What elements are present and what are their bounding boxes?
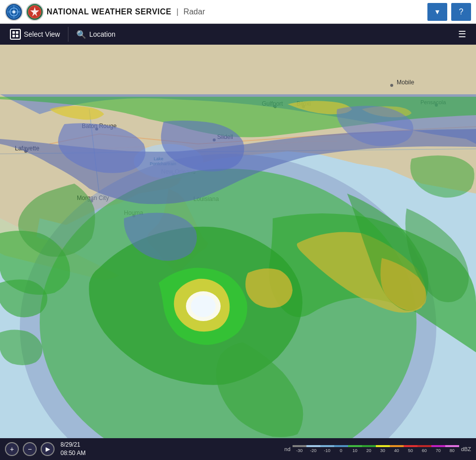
dbz-label: dBZ [461, 446, 471, 452]
play-button[interactable]: ▶ [41, 442, 55, 456]
header: NATIONAL WEATHER SERVICE | Radar ▾ ? [0, 0, 476, 24]
svg-text:Mobile: Mobile [397, 79, 415, 86]
legend-segment-2: -20 [306, 445, 320, 453]
bottom-bar: + − ▶ 8/29/21 08:50 AM nd -30 -20 -10 0 [0, 438, 476, 460]
svg-rect-9 [12, 35, 15, 37]
legend-tick-8: 40 [394, 448, 399, 453]
legend-tick-5: 10 [353, 448, 357, 453]
legend-tick-6: 20 [366, 448, 371, 453]
svg-point-12 [390, 84, 393, 87]
legend-tick-9: 50 [408, 448, 413, 453]
nws-logo [26, 3, 44, 21]
legend-tick-7: 30 [380, 448, 385, 453]
legend-segment-5: 10 [348, 445, 362, 453]
zoom-in-button[interactable]: + [5, 442, 19, 456]
legend-scale: -30 -20 -10 0 10 20 [293, 445, 459, 453]
legend-segment-12: 80 [445, 445, 459, 453]
toolbar: Select View 🔍 Location ☰ [0, 24, 476, 45]
legend-tick-1: -30 [296, 448, 302, 453]
location-label: Location [89, 30, 116, 38]
legend-segment-6: 20 [362, 445, 376, 453]
logo-area: NATIONAL WEATHER SERVICE | Radar [5, 3, 423, 21]
dropdown-button[interactable]: ▾ [427, 3, 447, 21]
map-svg: Mobile Baton Rouge Lafayette Slidell Gul… [0, 45, 476, 438]
legend-segment-4: 0 [334, 445, 348, 453]
radar-label: Radar [183, 7, 205, 16]
legend-tick-10: 60 [422, 448, 427, 453]
hamburger-button[interactable]: ☰ [452, 24, 472, 45]
select-view-button[interactable]: Select View [4, 24, 66, 45]
legend-tick-12: 80 [450, 448, 455, 453]
legend-segment-8: 40 [390, 445, 404, 453]
divider: | [177, 7, 178, 16]
legend-area: nd -30 -20 -10 0 10 [285, 445, 471, 453]
svg-point-39 [191, 295, 216, 317]
legend-tick-2: -20 [310, 448, 316, 453]
legend-segment-10: 60 [417, 445, 431, 453]
select-view-icon [10, 29, 21, 40]
timestamp-time: 08:50 AM [60, 449, 86, 458]
legend-segment-7: 30 [376, 445, 390, 453]
svg-rect-8 [16, 31, 18, 34]
legend-segment-1: -30 [293, 445, 306, 453]
help-button[interactable]: ? [451, 3, 471, 21]
svg-rect-7 [12, 31, 15, 34]
timestamp-date: 8/29/21 [60, 441, 86, 449]
svg-rect-10 [16, 35, 18, 37]
toolbar-divider [68, 27, 68, 42]
legend-segment-3: -10 [320, 445, 334, 453]
legend-nd-label: nd [285, 446, 291, 452]
legend-segment-11: 70 [431, 445, 445, 453]
org-name: NATIONAL WEATHER SERVICE [47, 7, 172, 16]
zoom-out-button[interactable]: − [23, 442, 37, 456]
select-view-label: Select View [24, 30, 60, 38]
location-area[interactable]: 🔍 Location [70, 24, 452, 45]
legend-tick-4: 0 [340, 448, 342, 453]
search-icon: 🔍 [76, 30, 86, 39]
noaa-logo [5, 3, 23, 21]
timestamp: 8/29/21 08:50 AM [60, 441, 86, 458]
legend-segment-9: 50 [404, 445, 417, 453]
legend-tick-11: 70 [436, 448, 441, 453]
map-container[interactable]: Mobile Baton Rouge Lafayette Slidell Gul… [0, 45, 476, 438]
legend-tick-3: -10 [324, 448, 330, 453]
